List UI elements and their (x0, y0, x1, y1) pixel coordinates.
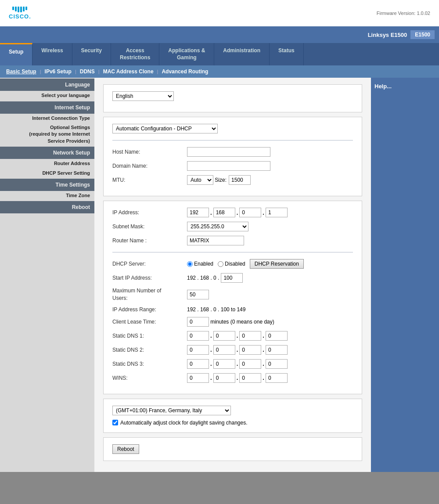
bar4 (20, 7, 22, 12)
dns3-octet2[interactable] (213, 359, 235, 369)
tab-wireless[interactable]: Wireless (32, 43, 72, 65)
dhcp-enabled-radio[interactable] (187, 261, 193, 267)
start-ip-prefix: 192 . 168 . 0 . (187, 275, 219, 281)
tab-administration[interactable]: Administration (214, 43, 270, 65)
dns2-octet4[interactable] (266, 345, 288, 355)
sidebar-section-network-setup: Network Setup (0, 147, 94, 159)
divider1 (112, 140, 353, 140)
start-ip-input[interactable] (221, 273, 243, 283)
dns2-row: Static DNS 2: . . . (112, 345, 353, 355)
sidebar-item-dhcp-server[interactable]: DHCP Server Setting (0, 169, 94, 178)
lease-time-row: Client Lease Time: minutes (0 means one … (112, 317, 353, 327)
ip-address-row: IP Address: . . . (112, 208, 353, 217)
sidebar-section-reboot: Reboot (0, 201, 94, 213)
max-users-label: Maximum Number ofUsers: (112, 287, 187, 302)
subtab-ddns[interactable]: DDNS (78, 68, 97, 75)
language-row: English (112, 91, 353, 101)
timezone-row: (GMT+01:00) France, Germany, Italy (112, 406, 353, 415)
max-users-row: Maximum Number ofUsers: (112, 287, 353, 302)
sidebar-item-time-zone[interactable]: Time Zone (0, 191, 94, 200)
help-link[interactable]: Help... (374, 83, 392, 90)
bar3 (18, 7, 19, 12)
max-users-input[interactable] (187, 290, 209, 299)
subtab-advanced-routing[interactable]: Advanced Routing (160, 68, 210, 75)
firmware-version: Firmware Version: 1.0.02 (377, 11, 430, 16)
subtab-mac-clone[interactable]: MAC Address Clone (101, 68, 155, 75)
dhcp-disabled-label[interactable]: Disabled (218, 261, 245, 267)
reboot-button[interactable]: Reboot (112, 444, 139, 454)
reboot-section: Reboot (103, 437, 362, 461)
dns1-row: Static DNS 1: . . . (112, 331, 353, 341)
ip-octet1[interactable] (187, 208, 209, 217)
daylight-checkbox[interactable] (112, 420, 118, 425)
tab-status[interactable]: Status (270, 43, 304, 65)
dns2-octet1[interactable] (187, 345, 209, 355)
ip-sep3: . (263, 209, 264, 216)
wins-label: WINS: (112, 375, 187, 381)
dns2-group: . . . (187, 345, 288, 355)
sidebar-item-connection-type[interactable]: Internet Connection Type (0, 114, 94, 123)
dhcp-disabled-text: Disabled (225, 261, 245, 267)
dns2-octet3[interactable] (239, 345, 261, 355)
subtab-ipv6-setup[interactable]: IPv6 Setup (43, 68, 73, 75)
dns1-octet3[interactable] (239, 331, 261, 341)
subnet-mask-row: Subnet Mask: 255.255.255.0 (112, 222, 353, 231)
mtu-row: MTU: Auto Size: (112, 175, 353, 185)
connection-type-select[interactable]: Automatic Configuration - DHCP (112, 124, 218, 133)
router-name-input[interactable] (187, 236, 244, 245)
dns1-octet2[interactable] (213, 331, 235, 341)
dns1-octet1[interactable] (187, 331, 209, 341)
language-select[interactable]: English (112, 91, 174, 101)
dhcp-enabled-text: Enabled (194, 261, 213, 267)
ip-address-label: IP Address: (112, 209, 187, 216)
mtu-size-input[interactable] (229, 175, 251, 185)
domain-name-input[interactable] (187, 161, 270, 171)
dhcp-reservation-button[interactable]: DHCP Reservation (250, 259, 304, 269)
right-help-panel: Help... (371, 78, 439, 472)
tab-access-restrictions[interactable]: AccessRestrictions (111, 43, 159, 65)
main-container: Language Select your language Internet S… (0, 78, 439, 472)
dhcp-enabled-label[interactable]: Enabled (187, 261, 213, 267)
dns3-row: Static DNS 3: . . . (112, 359, 353, 369)
host-name-input[interactable] (187, 147, 270, 157)
connection-type-row: Automatic Configuration - DHCP (112, 124, 353, 133)
wins-octet4[interactable] (266, 373, 288, 383)
tab-setup[interactable]: Setup (0, 43, 32, 65)
dns1-label: Static DNS 1: (112, 333, 187, 339)
sidebar-item-router-address[interactable]: Router Address (0, 159, 94, 168)
dns1-octet4[interactable] (266, 331, 288, 341)
language-section: English (103, 84, 362, 112)
wins-group: . . . (187, 373, 288, 383)
dns2-octet2[interactable] (213, 345, 235, 355)
timezone-select[interactable]: (GMT+01:00) France, Germany, Italy (112, 406, 231, 415)
mtu-mode-select[interactable]: Auto (187, 175, 213, 185)
tab-security[interactable]: Security (72, 43, 111, 65)
dns1-group: . . . (187, 331, 288, 341)
subtab-basic-setup[interactable]: Basic Setup (4, 68, 38, 75)
dns3-octet4[interactable] (266, 359, 288, 369)
ip-octet4[interactable] (266, 208, 288, 217)
sidebar-item-optional-settings[interactable]: Optional Settings(required by some Inter… (0, 123, 94, 146)
ip-octet3[interactable] (239, 208, 261, 217)
mtu-size-label: Size: (215, 177, 227, 183)
lease-time-input[interactable] (187, 317, 209, 327)
bar1 (12, 7, 14, 10)
daylight-label: Automatically adjust clock for daylight … (120, 420, 247, 426)
ip-octet2[interactable] (213, 208, 235, 217)
main-content: English Automatic Configuration - DHCP H… (94, 78, 371, 472)
wins-octet2[interactable] (213, 373, 235, 383)
subnet-mask-select[interactable]: 255.255.255.0 (187, 222, 248, 231)
dhcp-disabled-radio[interactable] (218, 261, 223, 267)
dhcp-server-label: DHCP Server: (112, 261, 187, 267)
dns3-group: . . . (187, 359, 288, 369)
sidebar-item-select-language[interactable]: Select your language (0, 91, 94, 100)
dns3-octet1[interactable] (187, 359, 209, 369)
wins-octet3[interactable] (239, 373, 261, 383)
model-name: Linksys E1500 (368, 32, 407, 38)
dns3-octet3[interactable] (239, 359, 261, 369)
wins-octet1[interactable] (187, 373, 209, 383)
tab-apps-gaming[interactable]: Applications &Gaming (159, 43, 214, 65)
ip-range-label: IP Address Range: (112, 306, 187, 313)
ip-sep1: . (210, 209, 212, 216)
left-sidebar: Language Select your language Internet S… (0, 78, 94, 472)
